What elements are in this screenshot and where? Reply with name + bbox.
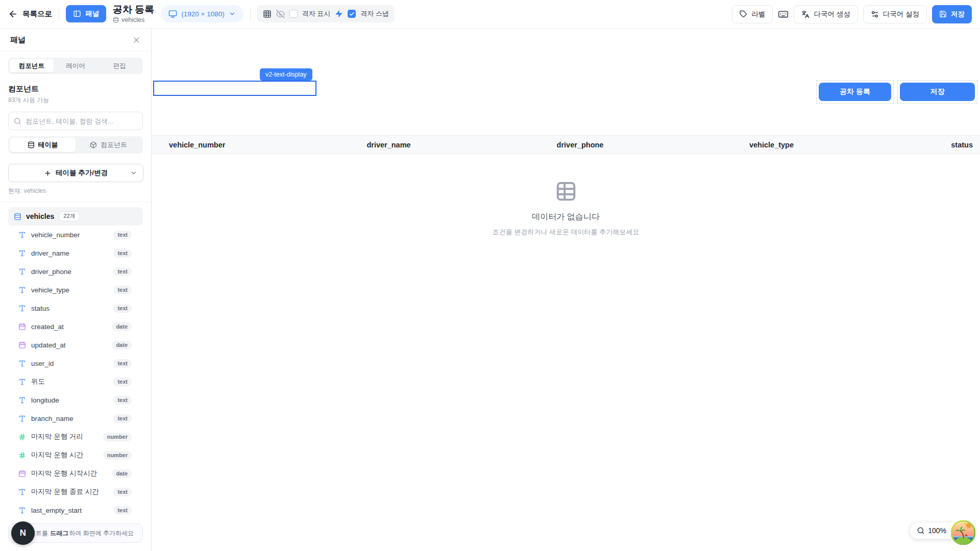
field-row[interactable]: vehicle_number text (0, 226, 151, 244)
divider (59, 7, 59, 20)
grid-snap-label: 격자 스냅 (360, 9, 389, 18)
field-name: 위도 (31, 377, 45, 386)
grid-snap-checkbox[interactable] (348, 10, 356, 18)
selected-text-display[interactable] (153, 81, 316, 96)
plus-icon (44, 169, 52, 177)
field-row[interactable]: 마지막 운행 종료 시간 text (0, 483, 151, 501)
tab-components[interactable]: 컴포넌트 (10, 59, 54, 72)
divider (250, 7, 251, 20)
panel-title: 패널 (10, 35, 26, 45)
toggle-components[interactable]: 컴포넌트 (76, 138, 141, 152)
search-icon (14, 117, 21, 125)
top-toolbar: 목록으로 패널 공차 등록 vehicles (980 × 551) (0, 0, 980, 29)
selected-component-badge: v2-text-display (260, 68, 312, 81)
toggle-tables[interactable]: 테이블 (10, 138, 76, 152)
panel-tabs: 컴포넌트 레이어 편집 (8, 58, 143, 74)
text-type-icon (18, 378, 26, 386)
calendar-icon (18, 341, 26, 349)
column-header: driver_phone (484, 141, 676, 149)
grid-controls-group: 격자 표시 격자 스냅 (257, 5, 395, 22)
editor-canvas[interactable]: v2-text-display 공차 등록 저장 vehicle_number … (152, 29, 980, 551)
grid-show-checkbox[interactable] (289, 10, 298, 18)
island-app-icon[interactable] (951, 520, 975, 545)
close-icon[interactable] (132, 36, 141, 44)
field-type-badge: text (113, 304, 132, 313)
field-row[interactable]: 마지막 운행 거리 number (0, 428, 151, 446)
i18n-settings-button[interactable]: 다국어 설정 (863, 5, 927, 23)
components-section-title: 컴포넌트 (8, 84, 143, 94)
field-name: branch_name (31, 415, 74, 422)
field-name: longitude (31, 396, 59, 404)
keyboard-icon (778, 9, 789, 19)
field-row[interactable]: driver_name text (0, 244, 151, 262)
text-type-icon (18, 268, 26, 276)
field-row[interactable]: longitude text (0, 391, 151, 409)
field-name: 마지막 운행 거리 (31, 432, 83, 441)
field-name: last_empty_start (31, 507, 82, 514)
table-row-vehicles[interactable]: vehicles 22개 (8, 207, 143, 226)
back-to-list-button[interactable]: 목록으로 (8, 9, 52, 19)
canvas-save-button[interactable]: 저장 (900, 83, 975, 101)
data-table-header[interactable]: vehicle_number driver_name driver_phone … (152, 135, 980, 154)
field-row[interactable]: 위도 text (0, 372, 151, 391)
zap-icon (335, 10, 343, 18)
field-list: vehicles 22개 vehicle_number text driver_… (0, 207, 151, 519)
field-row[interactable]: driver_phone text (0, 262, 151, 281)
available-count: 83개 사용 가능 (8, 96, 143, 105)
eye-off-icon[interactable] (276, 10, 285, 18)
panel-left-icon (73, 10, 81, 18)
field-name: status (31, 305, 50, 312)
monitor-icon (168, 10, 177, 18)
search-input[interactable] (26, 117, 137, 125)
field-row[interactable]: created_at date (0, 317, 151, 336)
save-button[interactable]: 저장 (932, 5, 972, 23)
field-row[interactable]: updated_at date (0, 336, 151, 354)
calendar-icon (18, 323, 26, 331)
field-type-badge: text (113, 231, 132, 239)
field-row[interactable]: branch_name text (0, 409, 151, 428)
add-table-button[interactable]: 테이블 추가/변경 (8, 164, 143, 182)
field-row[interactable]: 마지막 운행 시작시간 date (0, 464, 151, 483)
settings-icon (871, 10, 879, 18)
assistant-avatar[interactable]: N (11, 521, 35, 545)
chevron-down-icon (130, 169, 137, 177)
field-row[interactable]: status text (0, 299, 151, 317)
save-icon (939, 10, 947, 18)
keyboard-shortcuts-button[interactable] (778, 9, 789, 19)
column-header: driver_name (293, 141, 484, 149)
field-type-badge: text (113, 488, 132, 496)
calendar-icon (18, 470, 26, 478)
grid-show-label: 격자 표시 (302, 9, 331, 18)
field-row[interactable]: user_id text (0, 354, 151, 372)
source-toggle: 테이블 컴포넌트 (8, 136, 143, 154)
field-type-badge: text (113, 378, 132, 386)
column-header: vehicle_number (152, 141, 293, 149)
register-vehicle-button[interactable]: 공차 등록 (819, 83, 891, 101)
text-type-icon (18, 231, 26, 239)
panel-toggle-button[interactable]: 패널 (66, 5, 106, 22)
field-name: 마지막 운행 종료 시간 (31, 487, 99, 496)
field-type-badge: text (113, 506, 132, 515)
field-name: driver_name (31, 249, 69, 257)
selection-outline: 공차 등록 (816, 80, 894, 104)
i18n-generate-button[interactable]: 다국어 생성 (794, 5, 857, 23)
text-type-icon (18, 507, 26, 514)
tab-layers[interactable]: 레이어 (54, 59, 97, 72)
field-type-badge: text (113, 267, 132, 276)
current-table-label: 현재: vehicles (8, 187, 143, 195)
viewport-size-dropdown[interactable]: (980 × 551) (161, 5, 243, 22)
field-row[interactable]: last_empty_start text (0, 501, 151, 519)
magnifier-icon (917, 527, 925, 535)
page-subtitle: vehicles (121, 16, 144, 23)
field-name: created_at (31, 323, 64, 331)
empty-state-subtitle: 조건을 변경하거나 새로운 데이터를 추가해보세요 (493, 228, 639, 237)
field-row[interactable]: 마지막 운행 시간 number (0, 446, 151, 464)
database-icon (14, 213, 21, 220)
component-search (8, 112, 143, 130)
text-type-icon (18, 415, 26, 422)
database-icon (113, 17, 119, 23)
field-row[interactable]: vehicle_type text (0, 281, 151, 299)
field-type-badge: text (113, 359, 132, 368)
label-button[interactable]: 라벨 (732, 5, 773, 23)
tab-edit[interactable]: 편집 (97, 59, 141, 72)
